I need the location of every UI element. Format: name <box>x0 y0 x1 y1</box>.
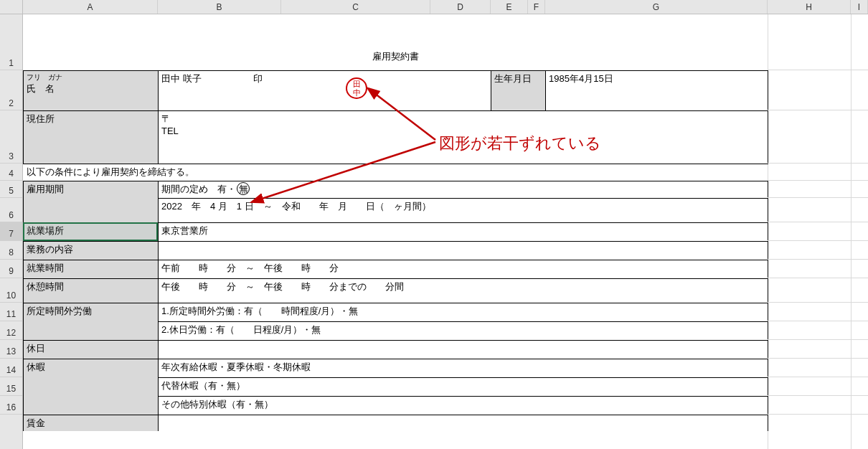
label-wage: 賃金 <box>24 415 159 431</box>
label-break-time: 休憩時間 <box>24 278 159 303</box>
cell-workplace[interactable]: 東京営業所 <box>159 222 768 241</box>
row-header-3[interactable]: 3 <box>0 110 22 164</box>
document-title: 雇用契約書 <box>24 14 768 70</box>
row-header-5[interactable]: 5 <box>0 181 22 198</box>
value-period-fixed: 期間の定め 有・ 無 <box>161 184 248 194</box>
col-header-C[interactable]: C <box>281 0 430 14</box>
row-header-12[interactable]: 12 <box>0 321 22 340</box>
cell-duties[interactable] <box>159 241 768 260</box>
row-header-13[interactable]: 13 <box>0 340 22 359</box>
intro-text: 以下の条件により雇用契約を締結する。 <box>24 164 768 181</box>
cell-work-hours[interactable]: 午前 時 分 ～ 午後 時 分 <box>159 260 768 278</box>
circle-marker-icon[interactable] <box>237 182 250 195</box>
sheet-area[interactable]: 雇用契約書 フリ ガナ 氏 名 田中 咲子 印 生年月日 1985年4月15日 … <box>23 14 868 449</box>
cell-leave2[interactable]: 代替休暇（有・無） <box>159 377 768 396</box>
col-header-D[interactable]: D <box>430 0 491 14</box>
label-name-text: 氏 名 <box>27 82 155 95</box>
cell-dob-value[interactable]: 1985年4月15日 <box>546 70 768 110</box>
value-address-postal: 〒 <box>161 113 765 126</box>
row-header-10[interactable]: 10 <box>0 278 22 303</box>
annotation-text: 図形が若干ずれている <box>439 133 601 154</box>
row-header-4[interactable]: 4 <box>0 164 22 181</box>
col-header-H[interactable]: H <box>768 0 851 14</box>
cell-holiday[interactable] <box>159 340 768 359</box>
cell-period-fixed[interactable]: 期間の定め 有・ 無 <box>159 181 768 198</box>
label-name: フリ ガナ 氏 名 <box>24 70 159 110</box>
cell-break-time[interactable]: 午後 時 分 ～ 午後 時 分までの 分間 <box>159 278 768 303</box>
seal-stamp-icon[interactable]: 田 中 <box>346 77 367 99</box>
row-header-strip: 12345678910111213141516 <box>0 14 23 449</box>
row-header-2[interactable]: 2 <box>0 70 22 110</box>
label-dob: 生年月日 <box>491 70 546 110</box>
label-address: 現住所 <box>24 110 159 164</box>
seal-text-top: 田 <box>353 80 361 88</box>
label-period: 雇用期間 <box>24 181 159 222</box>
cell-overtime2[interactable]: 2.休日労働：有（ 日程度/月）・無 <box>159 321 768 340</box>
row-header-7[interactable]: 7 <box>0 222 22 241</box>
row-header-8[interactable]: 8 <box>0 241 22 260</box>
seal-label: 印 <box>253 72 263 85</box>
label-workplace: 就業場所 <box>24 222 159 241</box>
col-header-A[interactable]: A <box>23 0 158 14</box>
col-header-B[interactable]: B <box>158 0 281 14</box>
col-header-I[interactable]: I <box>851 0 868 14</box>
row-header-1[interactable]: 1 <box>0 14 22 70</box>
label-holiday: 休日 <box>24 340 159 359</box>
row-header-14[interactable]: 14 <box>0 359 22 377</box>
label-furigana: フリ ガナ <box>27 72 155 82</box>
value-name: 田中 咲子 <box>161 73 202 84</box>
row-header-16[interactable]: 16 <box>0 396 22 415</box>
col-header-E[interactable]: E <box>491 0 528 14</box>
cell-leave3[interactable]: その他特別休暇（有・無） <box>159 396 768 415</box>
column-header-row: A B C D E F G H I <box>0 0 868 14</box>
select-all-corner[interactable] <box>0 0 23 14</box>
label-work-hours: 就業時間 <box>24 260 159 278</box>
cell-name-value[interactable]: 田中 咲子 印 <box>159 70 491 110</box>
contract-form: 雇用契約書 フリ ガナ 氏 名 田中 咲子 印 生年月日 1985年4月15日 … <box>23 14 768 431</box>
row-header-9[interactable]: 9 <box>0 260 22 278</box>
row-header-6[interactable]: 6 <box>0 198 22 222</box>
col-header-G[interactable]: G <box>545 0 768 14</box>
label-overtime: 所定時間外労働 <box>24 303 159 340</box>
cell-period-range[interactable]: 2022 年 4 月 1 日 ～ 令和 年 月 日（ ヶ月間） <box>159 198 768 222</box>
cell-leave1[interactable]: 年次有給休暇・夏季休暇・冬期休暇 <box>159 359 768 377</box>
label-duties: 業務の内容 <box>24 241 159 260</box>
row-header-15[interactable]: 15 <box>0 377 22 396</box>
spreadsheet-viewport: A B C D E F G H I 1234567891011121314151… <box>0 0 868 449</box>
label-leave: 休暇 <box>24 359 159 415</box>
col-header-F[interactable]: F <box>528 0 545 14</box>
row-header-11[interactable]: 11 <box>0 303 22 321</box>
seal-text-bottom: 中 <box>353 88 361 97</box>
cell-overtime1[interactable]: 1.所定時間外労働：有（ 時間程度/月）・無 <box>159 303 768 321</box>
cell-wage[interactable] <box>159 415 768 431</box>
